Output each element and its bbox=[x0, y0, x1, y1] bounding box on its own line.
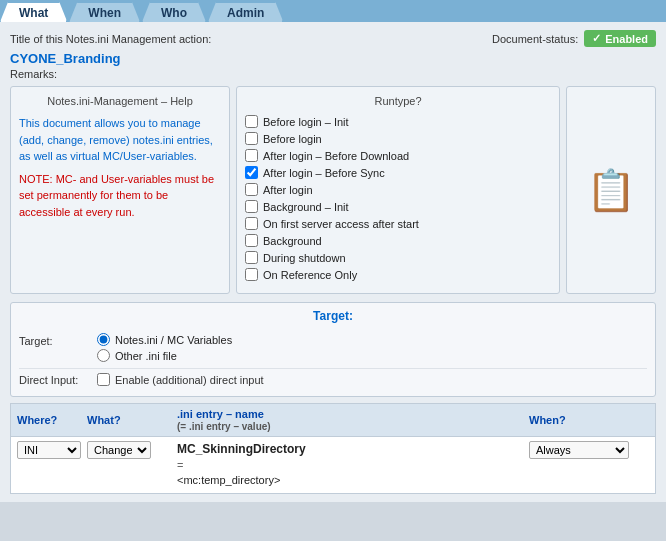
direct-input-row: Direct Input: Enable (additional) direct… bbox=[19, 368, 647, 390]
runtype-checkbox-8[interactable] bbox=[245, 251, 258, 264]
direct-input-label: Direct Input: bbox=[19, 374, 89, 386]
target-radio-0[interactable] bbox=[97, 333, 110, 346]
when-select[interactable]: Always bbox=[529, 441, 629, 459]
runtype-title: Runtype? bbox=[245, 95, 551, 107]
two-col-section: Notes.ini-Management – Help This documen… bbox=[10, 86, 656, 294]
help-box-title: Notes.ini-Management – Help bbox=[19, 95, 221, 107]
runtype-label-3: After login – Before Sync bbox=[263, 167, 385, 179]
runtype-checkbox-1[interactable] bbox=[245, 132, 258, 145]
col-what-header: What? bbox=[87, 414, 177, 426]
main-content: Title of this Notes.ini Management actio… bbox=[0, 22, 666, 502]
ini-table-header: Where? What? .ini entry – name (= .ini e… bbox=[10, 403, 656, 436]
runtype-option-1: Before login bbox=[245, 132, 551, 145]
runtype-label-7: Background bbox=[263, 235, 322, 247]
help-note-text: NOTE: MC- and User-variables must be set… bbox=[19, 171, 221, 221]
ini-entry-header-label: .ini entry – name bbox=[177, 408, 264, 420]
ini-cell-where: INI bbox=[17, 441, 87, 459]
runtype-checkbox-7[interactable] bbox=[245, 234, 258, 247]
col-ini-entry-header: .ini entry – name (= .ini entry – value) bbox=[177, 408, 529, 432]
radio-label-1: Other .ini file bbox=[115, 350, 177, 362]
radio-group: Notes.ini / MC VariablesOther .ini file bbox=[97, 333, 232, 362]
col-where-header: Where? bbox=[17, 414, 87, 426]
tab-admin[interactable]: Admin bbox=[208, 2, 283, 22]
direct-input-check: Enable (additional) direct input bbox=[97, 373, 264, 386]
runtype-options: Before login – InitBefore loginAfter log… bbox=[245, 115, 551, 281]
target-row: Target: Notes.ini / MC VariablesOther .i… bbox=[19, 329, 647, 366]
tab-admin-label: Admin bbox=[227, 6, 264, 20]
title-label: Title of this Notes.ini Management actio… bbox=[10, 33, 211, 45]
radio-item-1: Other .ini file bbox=[97, 349, 232, 362]
title-row: Title of this Notes.ini Management actio… bbox=[10, 30, 656, 47]
runtype-option-7: Background bbox=[245, 234, 551, 247]
icon-box: 📋 bbox=[566, 86, 656, 294]
ini-cell-entry: MC_SkinningDirectory = <mc:temp_director… bbox=[177, 441, 529, 489]
target-radio-1[interactable] bbox=[97, 349, 110, 362]
entry-eq: = bbox=[177, 458, 529, 473]
tab-when[interactable]: When bbox=[69, 2, 140, 22]
ini-entry-sub-label: (= .ini entry – value) bbox=[177, 421, 271, 432]
runtype-label-5: Background – Init bbox=[263, 201, 349, 213]
runtype-label-6: On first server access after start bbox=[263, 218, 419, 230]
enabled-badge: Enabled bbox=[584, 30, 656, 47]
entry-val: <mc:temp_directory> bbox=[177, 473, 529, 488]
runtype-checkbox-2[interactable] bbox=[245, 149, 258, 162]
ini-cell-when: Always bbox=[529, 441, 649, 459]
help-body-text: This document allows you to manage (add,… bbox=[19, 115, 221, 165]
tab-when-label: When bbox=[88, 6, 121, 20]
runtype-option-9: On Reference Only bbox=[245, 268, 551, 281]
runtype-label-8: During shutdown bbox=[263, 252, 346, 264]
col-when-header: When? bbox=[529, 414, 649, 426]
runtype-checkbox-6[interactable] bbox=[245, 217, 258, 230]
tab-who-label: Who bbox=[161, 6, 187, 20]
tabs-bar: What When Who Admin bbox=[0, 0, 666, 22]
runtype-box: Runtype? Before login – InitBefore login… bbox=[236, 86, 560, 294]
direct-input-checkbox[interactable] bbox=[97, 373, 110, 386]
entry-name: MC_SkinningDirectory bbox=[177, 441, 529, 458]
runtype-option-2: After login – Before Download bbox=[245, 149, 551, 162]
runtype-label-2: After login – Before Download bbox=[263, 150, 409, 162]
radio-label-0: Notes.ini / MC Variables bbox=[115, 334, 232, 346]
runtype-option-5: Background – Init bbox=[245, 200, 551, 213]
ini-cell-what: Change bbox=[87, 441, 177, 459]
runtype-option-8: During shutdown bbox=[245, 251, 551, 264]
help-box: Notes.ini-Management – Help This documen… bbox=[10, 86, 230, 294]
tab-who[interactable]: Who bbox=[142, 2, 206, 22]
direct-input-checkbox-label: Enable (additional) direct input bbox=[115, 374, 264, 386]
runtype-option-0: Before login – Init bbox=[245, 115, 551, 128]
target-label: Target: bbox=[19, 333, 89, 347]
runtype-checkbox-5[interactable] bbox=[245, 200, 258, 213]
runtype-checkbox-0[interactable] bbox=[245, 115, 258, 128]
runtype-label-0: Before login – Init bbox=[263, 116, 349, 128]
runtype-option-4: After login bbox=[245, 183, 551, 196]
doc-title: CYONE_Branding bbox=[10, 51, 656, 66]
target-section: Target: Target: Notes.ini / MC Variables… bbox=[10, 302, 656, 397]
doc-status-label: Document-status: bbox=[492, 33, 578, 45]
runtype-checkbox-9[interactable] bbox=[245, 268, 258, 281]
runtype-label-1: Before login bbox=[263, 133, 322, 145]
enabled-label: Enabled bbox=[605, 33, 648, 45]
runtype-option-3: After login – Before Sync bbox=[245, 166, 551, 179]
where-select[interactable]: INI bbox=[17, 441, 81, 459]
what-select[interactable]: Change bbox=[87, 441, 151, 459]
tab-what[interactable]: What bbox=[0, 2, 67, 22]
target-header: Target: bbox=[19, 309, 647, 323]
runtype-label-4: After login bbox=[263, 184, 313, 196]
doc-status: Document-status: Enabled bbox=[492, 30, 656, 47]
runtype-label-9: On Reference Only bbox=[263, 269, 357, 281]
notepad-icon: 📋 bbox=[586, 167, 636, 214]
runtype-checkbox-3[interactable] bbox=[245, 166, 258, 179]
radio-item-0: Notes.ini / MC Variables bbox=[97, 333, 232, 346]
runtype-checkbox-4[interactable] bbox=[245, 183, 258, 196]
runtype-option-6: On first server access after start bbox=[245, 217, 551, 230]
table-row: INI Change MC_SkinningDirectory = <mc:te… bbox=[10, 436, 656, 494]
tab-what-label: What bbox=[19, 6, 48, 20]
remarks-label: Remarks: bbox=[10, 68, 656, 80]
